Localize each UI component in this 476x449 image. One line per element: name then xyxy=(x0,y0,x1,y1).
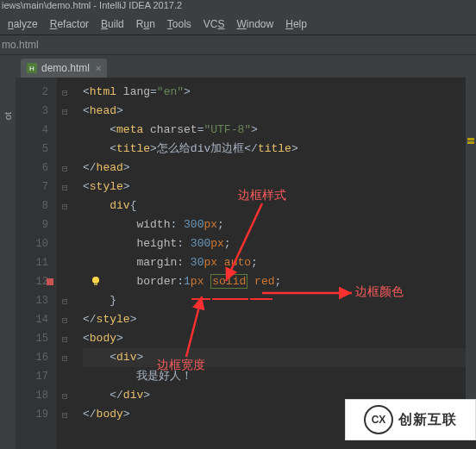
annotation-border-color: 边框颜色 xyxy=(355,284,404,300)
underline-red xyxy=(250,298,272,300)
line-gutter: 2345678910111213141516171819 xyxy=(16,78,57,449)
code-line[interactable]: border:1px solid red; xyxy=(83,272,476,291)
menu-build[interactable]: Build xyxy=(95,16,130,32)
fold-toggle[interactable]: ⊟ xyxy=(57,102,83,121)
code-line[interactable]: width: 300px; xyxy=(83,215,476,234)
line-number: 14 xyxy=(16,310,57,329)
code-line[interactable]: </head> xyxy=(83,159,476,178)
line-number: 2 xyxy=(16,83,57,102)
code-line[interactable]: 我是好人！ xyxy=(83,367,476,386)
fold-gutter: ⊟⊟⊟⊟⊟⊟⊟⊟⊟⊟⊟ xyxy=(57,78,83,449)
fold-toggle[interactable]: ⊟ xyxy=(57,310,83,329)
code-line[interactable]: </style> xyxy=(83,310,476,329)
line-number: 11 xyxy=(16,253,57,272)
fold-toggle[interactable]: ⊟ xyxy=(57,386,83,405)
fold-toggle[interactable]: ⊟ xyxy=(57,291,83,310)
fold-toggle xyxy=(57,367,83,386)
line-number: 13 xyxy=(16,291,57,310)
svg-rect-6 xyxy=(94,283,97,285)
line-number: 10 xyxy=(16,234,57,253)
fold-toggle xyxy=(57,121,83,140)
fold-toggle[interactable]: ⊟ xyxy=(57,329,83,348)
watermark-icon: CX xyxy=(364,405,393,434)
fold-toggle xyxy=(57,215,83,234)
menu-vcs[interactable]: VCS xyxy=(197,16,231,32)
fold-toggle xyxy=(57,234,83,253)
code-line[interactable]: } xyxy=(83,291,476,310)
fold-toggle[interactable]: ⊟ xyxy=(57,196,83,215)
main-menu: nalyze Refactor Build Run Tools VCS Wind… xyxy=(0,14,476,35)
tool-window-label[interactable]: ot xyxy=(3,112,13,120)
annotation-border-width: 边框宽度 xyxy=(157,358,205,373)
close-icon[interactable]: ✕ xyxy=(95,64,102,73)
code-line[interactable]: <head> xyxy=(83,102,476,121)
fold-toggle[interactable]: ⊟ xyxy=(57,178,83,196)
line-number: 4 xyxy=(16,121,57,140)
fold-toggle[interactable]: ⊟ xyxy=(57,348,83,367)
fold-toggle[interactable]: ⊟ xyxy=(57,405,83,424)
line-number: 7 xyxy=(16,178,57,196)
line-number: 18 xyxy=(16,386,57,405)
line-number: 9 xyxy=(16,215,57,234)
line-number: 19 xyxy=(16,405,57,424)
code-editor[interactable]: 2345678910111213141516171819 ⊟⊟⊟⊟⊟⊟⊟⊟⊟⊟⊟… xyxy=(16,78,476,449)
watermark-text: 创新互联 xyxy=(398,411,457,429)
fold-toggle xyxy=(57,272,83,291)
fold-toggle xyxy=(57,253,83,272)
window-title: iews\main\demo.html - IntelliJ IDEA 2017… xyxy=(0,0,476,14)
line-number: 3 xyxy=(16,102,57,121)
code-line[interactable]: <title>怎么给div加边框</title> xyxy=(83,140,476,159)
annotation-border-style: 边框样式 xyxy=(238,188,286,203)
line-number: 6 xyxy=(16,159,57,178)
underline-solid xyxy=(212,298,248,300)
menu-tools[interactable]: Tools xyxy=(161,16,197,32)
fold-toggle xyxy=(57,140,83,159)
svg-text:H: H xyxy=(29,65,34,72)
code-line[interactable]: margin: 30px auto; xyxy=(83,253,476,272)
warning-marker[interactable] xyxy=(467,138,474,140)
underline-1px xyxy=(191,298,210,300)
tab-label: demo.html xyxy=(41,62,90,74)
error-stripe[interactable] xyxy=(466,78,476,405)
menu-window[interactable]: Window xyxy=(231,16,280,32)
error-marker[interactable] xyxy=(47,278,53,285)
code-line[interactable]: <meta charset="UTF-8"> xyxy=(83,121,476,140)
menu-run[interactable]: Run xyxy=(130,16,161,32)
watermark-logo: CX 创新互联 xyxy=(345,399,476,440)
menu-analyze[interactable]: nalyze xyxy=(2,16,44,32)
code-line[interactable]: <html lang="en"> xyxy=(83,83,476,102)
warning-marker[interactable] xyxy=(467,141,474,144)
breadcrumb[interactable]: mo.html xyxy=(0,35,476,55)
line-number: 5 xyxy=(16,140,57,159)
left-tool-strip: ot xyxy=(0,78,16,449)
line-number: 16 xyxy=(16,348,57,367)
editor-tabs: H demo.html ✕ xyxy=(0,55,476,80)
code-line[interactable]: height: 300px; xyxy=(83,234,476,253)
fold-toggle[interactable]: ⊟ xyxy=(57,159,83,178)
svg-point-5 xyxy=(92,277,99,284)
line-number: 8 xyxy=(16,196,57,215)
fold-toggle[interactable]: ⊟ xyxy=(57,83,83,102)
code-line[interactable]: <div> xyxy=(83,348,476,367)
code-line[interactable]: <body> xyxy=(83,329,476,348)
html-file-icon: H xyxy=(26,62,38,74)
tab-demo-html[interactable]: H demo.html ✕ xyxy=(21,59,107,78)
menu-refactor[interactable]: Refactor xyxy=(44,16,95,32)
line-number: 17 xyxy=(16,367,57,386)
line-number: 15 xyxy=(16,329,57,348)
code-area[interactable]: <html lang="en"><head> <meta charset="UT… xyxy=(83,78,476,424)
intention-bulb-icon[interactable] xyxy=(90,275,102,290)
menu-help[interactable]: Help xyxy=(279,16,313,32)
